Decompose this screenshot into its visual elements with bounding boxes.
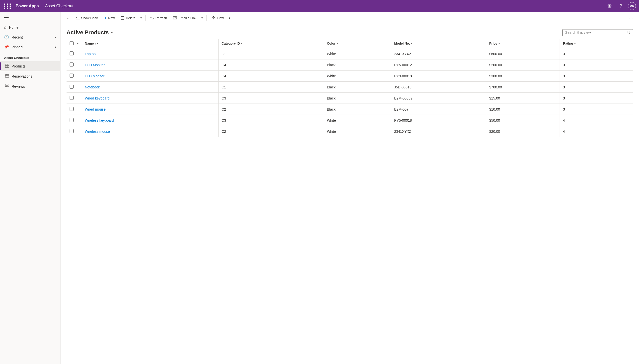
- delete-button[interactable]: Delete: [118, 14, 138, 22]
- sidebar-item-home[interactable]: ⌂ Home: [0, 23, 60, 32]
- svg-rect-0: [5, 64, 7, 65]
- col-category-label: Category ID: [222, 42, 240, 45]
- search-input[interactable]: [565, 30, 625, 35]
- products-table-container: ↑ ▾ Name ↑ ▾: [60, 39, 639, 364]
- email-link-label: Email a Link: [178, 16, 196, 20]
- row-checkbox[interactable]: [70, 51, 74, 55]
- chart-icon: [76, 16, 80, 20]
- row-name-cell[interactable]: Wireless mouse: [82, 126, 218, 137]
- col-rating-sort-icon[interactable]: ▾: [574, 42, 576, 45]
- col-header-name[interactable]: Name ↑ ▾: [82, 39, 218, 48]
- row-name-cell[interactable]: Wireless keyboard: [82, 115, 218, 126]
- table-row: LCD Monitor C4 Black PY5-00012 $200.00 3: [67, 59, 633, 71]
- row-checkbox[interactable]: [70, 62, 74, 67]
- col-price-sort-icon[interactable]: ▾: [498, 42, 500, 45]
- row-checkbox[interactable]: [70, 85, 74, 89]
- row-checkbox[interactable]: [70, 96, 74, 100]
- product-link[interactable]: Notebook: [85, 85, 100, 89]
- more-options-button[interactable]: ⋯: [627, 14, 635, 22]
- product-link[interactable]: Wireless keyboard: [85, 118, 114, 122]
- product-link[interactable]: Wired mouse: [85, 107, 106, 111]
- hamburger-button[interactable]: [0, 12, 60, 23]
- row-check-cell[interactable]: [67, 115, 82, 126]
- sidebar-item-reservations[interactable]: Reservations: [0, 71, 60, 81]
- search-box: [562, 29, 633, 36]
- new-label: New: [108, 16, 115, 20]
- row-check-cell[interactable]: [67, 104, 82, 115]
- user-avatar[interactable]: MP: [628, 2, 636, 10]
- row-name-cell[interactable]: LED Monitor: [82, 71, 218, 82]
- delete-icon: [121, 16, 124, 20]
- row-check-cell[interactable]: [67, 82, 82, 93]
- row-checkbox[interactable]: [70, 107, 74, 111]
- sidebar-item-recent[interactable]: 🕐 Recent ▾: [0, 32, 60, 42]
- email-dropdown-button[interactable]: ▾: [200, 15, 204, 21]
- flow-button[interactable]: Flow: [209, 14, 226, 22]
- product-link[interactable]: LED Monitor: [85, 74, 105, 78]
- row-model-cell: B2M-00009: [391, 93, 486, 104]
- col-model-sort-icon[interactable]: ▾: [411, 42, 412, 45]
- col-header-rating[interactable]: Rating ▾: [560, 39, 633, 48]
- filter-button[interactable]: [552, 28, 559, 37]
- col-header-category-id[interactable]: Category ID ▾: [218, 39, 324, 48]
- flow-dropdown-button[interactable]: ▾: [227, 15, 232, 21]
- hamburger-icon: [4, 16, 9, 19]
- sidebar: ⌂ Home 🕐 Recent ▾ 📌 Pinned ▾ Asset Check…: [0, 12, 60, 364]
- row-price-cell: $10.00: [486, 104, 560, 115]
- row-name-cell[interactable]: Laptop: [82, 48, 218, 59]
- row-check-cell[interactable]: [67, 59, 82, 71]
- row-name-cell[interactable]: Wired mouse: [82, 104, 218, 115]
- row-model-cell: J5D-00018: [391, 82, 486, 93]
- row-check-cell[interactable]: [67, 93, 82, 104]
- col-header-price[interactable]: Price ▾: [486, 39, 560, 48]
- home-icon: ⌂: [4, 25, 7, 30]
- row-name-cell[interactable]: Notebook: [82, 82, 218, 93]
- app-grid-button[interactable]: [3, 3, 13, 10]
- col-name-sort-asc-icon[interactable]: ↑: [95, 42, 96, 45]
- help-button[interactable]: ?: [617, 2, 625, 10]
- row-checkbox[interactable]: [70, 118, 74, 122]
- sidebar-section-title: Asset Checkout: [0, 52, 60, 61]
- row-name-cell[interactable]: LCD Monitor: [82, 59, 218, 71]
- sort-asc-icon[interactable]: ↑: [75, 42, 76, 45]
- col-color-sort-icon[interactable]: ▾: [337, 42, 338, 45]
- svg-line-22: [629, 33, 630, 34]
- select-all-checkbox[interactable]: [70, 41, 74, 45]
- col-header-model-no[interactable]: Model No. ▾: [391, 39, 486, 48]
- product-link[interactable]: Wireless mouse: [85, 129, 110, 134]
- email-link-button[interactable]: Email a Link: [170, 15, 199, 22]
- row-rating-cell: 4: [560, 126, 633, 137]
- product-link[interactable]: LCD Monitor: [85, 63, 105, 67]
- refresh-button[interactable]: Refresh: [148, 14, 170, 22]
- svg-point-21: [627, 31, 629, 33]
- row-checkbox[interactable]: [70, 129, 74, 133]
- sidebar-item-pinned[interactable]: 📌 Pinned ▾: [0, 42, 60, 52]
- products-table: ↑ ▾ Name ↑ ▾: [67, 39, 633, 137]
- show-chart-button[interactable]: Show Chart: [73, 14, 101, 22]
- flow-label: Flow: [217, 16, 224, 20]
- new-button[interactable]: + New: [102, 14, 117, 22]
- row-check-cell[interactable]: [67, 71, 82, 82]
- sort-desc-icon[interactable]: ▾: [77, 42, 79, 45]
- sidebar-item-reviews[interactable]: Reviews: [0, 81, 60, 91]
- reviews-label: Reviews: [12, 84, 25, 88]
- col-name-label: Name: [85, 42, 94, 45]
- view-title-chevron-icon[interactable]: ▾: [111, 30, 113, 35]
- row-category-cell: C2: [218, 104, 324, 115]
- row-name-cell[interactable]: Wired keyboard: [82, 93, 218, 104]
- delete-dropdown-button[interactable]: ▾: [139, 15, 143, 21]
- row-checkbox[interactable]: [70, 74, 74, 78]
- product-link[interactable]: Wired keyboard: [85, 96, 110, 100]
- select-all-header[interactable]: ↑ ▾: [67, 39, 82, 48]
- col-header-color[interactable]: Color ▾: [324, 39, 391, 48]
- row-check-cell[interactable]: [67, 48, 82, 59]
- product-link[interactable]: Laptop: [85, 52, 96, 56]
- settings-button[interactable]: [606, 2, 614, 10]
- row-rating-cell: 3: [560, 104, 633, 115]
- row-check-cell[interactable]: [67, 126, 82, 137]
- col-name-sort-chevron-icon[interactable]: ▾: [97, 42, 99, 45]
- col-category-sort-icon[interactable]: ▾: [241, 42, 242, 45]
- back-button[interactable]: ←: [65, 15, 72, 22]
- row-model-cell: PY5-00012: [391, 59, 486, 71]
- sidebar-item-products[interactable]: Products: [0, 61, 60, 71]
